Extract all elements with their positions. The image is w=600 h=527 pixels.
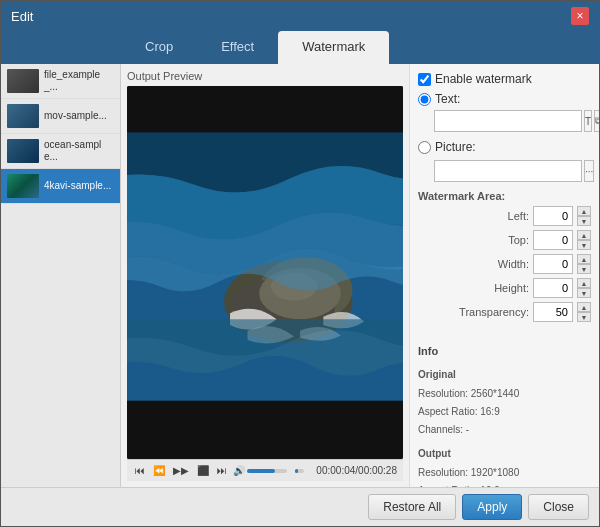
progress-fill (295, 469, 298, 473)
top-input[interactable] (533, 230, 573, 250)
original-resolution: Resolution: 2560*1440 (418, 385, 591, 403)
volume-icon: 🔊 (233, 465, 245, 476)
width-spin-down[interactable]: ▼ (577, 264, 591, 274)
volume-bar[interactable] (247, 469, 287, 473)
width-spin-up[interactable]: ▲ (577, 254, 591, 264)
picture-radio-label[interactable]: Picture: (435, 140, 476, 154)
left-spin-up[interactable]: ▲ (577, 206, 591, 216)
top-spin-down[interactable]: ▼ (577, 240, 591, 250)
sidebar-label-3: ocean-sample... (44, 139, 114, 163)
height-label: Height: (494, 282, 529, 294)
width-param-row: Width: ▲ ▼ (418, 254, 591, 274)
progress-bar[interactable] (295, 469, 304, 473)
step-back-button[interactable]: ⏪ (151, 464, 167, 477)
bottom-right: Restore All Apply Close (368, 494, 589, 520)
transparency-spin-down[interactable]: ▼ (577, 312, 591, 322)
text-input[interactable] (434, 110, 582, 132)
thumbnail-4 (7, 174, 39, 198)
text-input-row: T ⧉ (434, 110, 591, 132)
tab-effect[interactable]: Effect (197, 31, 278, 64)
sidebar-item-file4[interactable]: 4kavi-sample... (1, 169, 120, 204)
play-button[interactable]: ▶▶ (171, 464, 191, 477)
tab-watermark[interactable]: Watermark (278, 31, 389, 64)
enable-watermark-row: Enable watermark (418, 72, 591, 86)
left-spinner: ▲ ▼ (577, 206, 591, 226)
sidebar-label-2: mov-sample... (44, 110, 107, 122)
top-spin-up[interactable]: ▲ (577, 230, 591, 240)
thumbnail-3 (7, 139, 39, 163)
top-spinner: ▲ ▼ (577, 230, 591, 250)
skip-forward-button[interactable]: ⏭ (215, 464, 229, 477)
transparency-label: Transparency: (459, 306, 529, 318)
sidebar: file_example_... mov-sample... ocean-sam… (1, 64, 121, 487)
sidebar-label-4: 4kavi-sample... (44, 180, 111, 192)
main-content: file_example_... mov-sample... ocean-sam… (1, 64, 599, 487)
width-input[interactable] (533, 254, 573, 274)
restore-all-button[interactable]: Restore All (368, 494, 456, 520)
left-input[interactable] (533, 206, 573, 226)
playback-bar: ⏮ ⏪ ▶▶ ⬛ ⏭ 🔊 00:00:04/00:00:28 (127, 459, 403, 481)
height-spin-up[interactable]: ▲ (577, 278, 591, 288)
output-subtitle: Output (418, 445, 591, 463)
text-radio-label[interactable]: Text: (435, 92, 460, 106)
width-spinner: ▲ ▼ (577, 254, 591, 274)
edit-window: Edit × Crop Effect Watermark file_exampl… (0, 0, 600, 527)
width-label: Width: (498, 258, 529, 270)
volume-fill (247, 469, 275, 473)
output-resolution: Resolution: 1920*1080 (418, 464, 591, 482)
thumbnail-2 (7, 104, 39, 128)
sidebar-label-1: file_example_... (44, 69, 114, 93)
time-display: 00:00:04/00:00:28 (316, 465, 397, 476)
top-label: Top: (508, 234, 529, 246)
watermark-area-label: Watermark Area: (418, 190, 591, 202)
title-bar: Edit × (1, 1, 599, 31)
left-label: Left: (508, 210, 529, 222)
preview-label: Output Preview (127, 70, 403, 82)
svg-rect-0 (127, 86, 403, 133)
original-channels: Channels: - (418, 421, 591, 439)
stop-button[interactable]: ⬛ (195, 464, 211, 477)
height-param-row: Height: ▲ ▼ (418, 278, 591, 298)
tabs-bar: Crop Effect Watermark (1, 31, 599, 64)
text-radio[interactable] (418, 93, 431, 106)
window-title: Edit (11, 9, 33, 24)
picture-browse-button[interactable]: ··· (584, 160, 594, 182)
picture-input[interactable] (434, 160, 582, 182)
close-button[interactable]: Close (528, 494, 589, 520)
video-preview (127, 86, 403, 459)
original-aspect: Aspect Ratio: 16:9 (418, 403, 591, 421)
height-spin-down[interactable]: ▼ (577, 288, 591, 298)
close-window-button[interactable]: × (571, 7, 589, 25)
enable-watermark-checkbox[interactable] (418, 73, 431, 86)
center-panel: Output Preview (121, 64, 409, 487)
height-spinner: ▲ ▼ (577, 278, 591, 298)
info-section: Info Original Resolution: 2560*1440 Aspe… (418, 342, 591, 487)
top-param-row: Top: ▲ ▼ (418, 230, 591, 250)
original-subtitle: Original (418, 366, 591, 384)
svg-rect-1 (127, 401, 403, 459)
sidebar-item-file1[interactable]: file_example_... (1, 64, 120, 99)
transparency-input[interactable] (533, 302, 573, 322)
sidebar-item-file3[interactable]: ocean-sample... (1, 134, 120, 169)
height-input[interactable] (533, 278, 573, 298)
text-format-button[interactable]: T (584, 110, 592, 132)
thumbnail-1 (7, 69, 39, 93)
video-content (127, 86, 403, 459)
sidebar-item-file2[interactable]: mov-sample... (1, 99, 120, 134)
right-panel: Enable watermark Text: T ⧉ Picture: (409, 64, 599, 487)
bottom-bar: Restore All Apply Close (1, 487, 599, 526)
apply-button[interactable]: Apply (462, 494, 522, 520)
transparency-spin-up[interactable]: ▲ (577, 302, 591, 312)
picture-radio-row: Picture: (418, 140, 591, 154)
picture-input-row: ··· (434, 160, 591, 182)
text-radio-row: Text: (418, 92, 591, 106)
skip-back-button[interactable]: ⏮ (133, 464, 147, 477)
picture-radio[interactable] (418, 141, 431, 154)
left-spin-down[interactable]: ▼ (577, 216, 591, 226)
text-copy-button[interactable]: ⧉ (594, 110, 599, 132)
enable-watermark-label[interactable]: Enable watermark (435, 72, 532, 86)
left-param-row: Left: ▲ ▼ (418, 206, 591, 226)
info-title: Info (418, 342, 591, 362)
transparency-param-row: Transparency: ▲ ▼ (418, 302, 591, 322)
tab-crop[interactable]: Crop (121, 31, 197, 64)
